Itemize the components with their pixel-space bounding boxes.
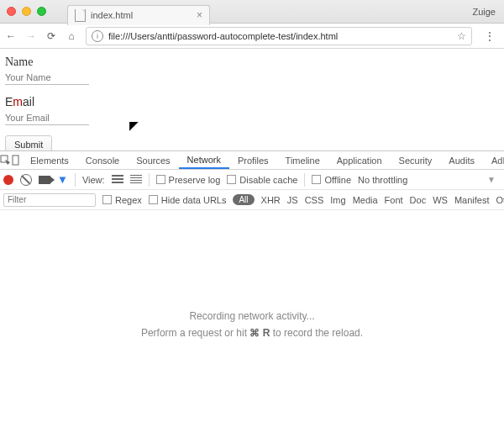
email-label-e: E	[5, 95, 13, 108]
small-rows-icon[interactable]	[130, 175, 142, 185]
checkbox-icon	[312, 175, 321, 184]
offline-option[interactable]: Offline	[312, 175, 351, 185]
name-field-block: Name	[5, 55, 499, 85]
back-button[interactable]: ←	[5, 30, 17, 42]
tab-title: index.html	[91, 10, 197, 20]
maximize-window-button[interactable]	[37, 7, 46, 16]
large-rows-icon[interactable]	[112, 175, 123, 185]
throttling-select[interactable]: No throttling	[358, 175, 407, 185]
url-text: file:///Users/antti/password-autocomplet…	[108, 31, 452, 41]
checkbox-icon	[227, 175, 236, 184]
page-content: Name Email Submit	[0, 49, 504, 161]
tab-timeline[interactable]: Timeline	[277, 151, 328, 169]
filter-doc[interactable]: Doc	[410, 195, 427, 205]
browser-toolbar: ← → ⟳ ⌂ i file:///Users/antti/password-a…	[0, 24, 504, 49]
forward-button: →	[25, 30, 37, 42]
browser-tab[interactable]: index.html ×	[67, 5, 210, 25]
network-empty-state: Recording network activity... Perform a …	[0, 210, 504, 438]
email-input[interactable]	[5, 111, 89, 125]
address-bar[interactable]: i file:///Users/antti/password-autocompl…	[86, 27, 472, 45]
checkbox-icon	[102, 195, 112, 204]
disable-cache-option[interactable]: Disable cache	[227, 175, 297, 185]
reload-button[interactable]: ⟳	[45, 30, 57, 42]
tab-security[interactable]: Security	[391, 151, 441, 169]
tab-profiles[interactable]: Profiles	[229, 151, 277, 169]
filter-other[interactable]: Other	[496, 195, 504, 205]
preserve-log-option[interactable]: Preserve log	[156, 175, 221, 185]
hide-data-urls-option[interactable]: Hide data URLs	[149, 195, 227, 205]
inspect-element-icon[interactable]	[0, 151, 11, 169]
tab-application[interactable]: Application	[328, 151, 391, 169]
tab-network[interactable]: Network	[179, 151, 229, 169]
email-label-m: m	[13, 95, 23, 108]
profile-name[interactable]: Zuige	[472, 7, 496, 17]
reload-hint: Perform a request or hit ⌘ R to record t…	[141, 327, 363, 339]
bookmark-star-icon[interactable]: ☆	[457, 30, 466, 42]
tab-sources[interactable]: Sources	[128, 151, 178, 169]
filter-font[interactable]: Font	[385, 195, 403, 205]
window-controls	[7, 7, 46, 16]
separator	[75, 173, 76, 187]
site-info-icon[interactable]: i	[92, 30, 103, 42]
filter-media[interactable]: Media	[353, 195, 378, 205]
tab-elements[interactable]: Elements	[22, 151, 77, 169]
filter-xhr[interactable]: XHR	[261, 195, 281, 205]
file-icon	[75, 9, 86, 22]
checkbox-icon	[149, 195, 158, 204]
filter-manifest[interactable]: Manifest	[454, 195, 490, 205]
devtools-tabstrip: Elements Console Sources Network Profile…	[0, 151, 504, 170]
filter-input[interactable]	[3, 193, 96, 207]
filter-toggle-icon[interactable]: ▼	[57, 173, 68, 186]
email-label-ail: ail	[23, 95, 34, 108]
devtools-panel: Elements Console Sources Network Profile…	[0, 150, 504, 438]
recording-message: Recording network activity...	[189, 310, 314, 322]
filter-js[interactable]: JS	[287, 195, 298, 205]
dropdown-caret-icon[interactable]: ▼	[487, 175, 501, 184]
email-field-block: Email	[5, 95, 499, 125]
filter-all[interactable]: All	[233, 194, 254, 205]
separator	[149, 173, 150, 187]
home-button[interactable]: ⌂	[66, 30, 77, 42]
tab-audits[interactable]: Audits	[440, 151, 483, 169]
minimize-window-button[interactable]	[22, 7, 31, 16]
browser-menu-button[interactable]: ⋮	[480, 29, 499, 43]
separator	[304, 173, 305, 187]
close-window-button[interactable]	[7, 7, 16, 16]
name-input[interactable]	[5, 71, 89, 85]
shortcut-text: ⌘ R	[249, 327, 270, 339]
network-filter-row: Regex Hide data URLs All XHR JS CSS Img …	[0, 190, 504, 210]
screenshot-icon[interactable]	[39, 176, 50, 184]
tab-console[interactable]: Console	[77, 151, 128, 169]
svg-rect-1	[13, 156, 18, 165]
record-button[interactable]	[3, 175, 13, 185]
regex-option[interactable]: Regex	[102, 195, 142, 205]
email-label: Email	[5, 95, 499, 109]
close-tab-icon[interactable]: ×	[197, 9, 202, 21]
filter-img[interactable]: Img	[330, 195, 345, 205]
window-titlebar: index.html × Zuige	[0, 0, 504, 24]
view-label: View:	[82, 175, 105, 185]
clear-button[interactable]	[20, 174, 32, 186]
checkbox-icon	[156, 175, 165, 184]
name-label: Name	[5, 55, 499, 69]
filter-ws[interactable]: WS	[433, 195, 448, 205]
filter-css[interactable]: CSS	[305, 195, 324, 205]
network-toolbar-row: ▼ View: Preserve log Disable cache Offli…	[0, 170, 504, 190]
tab-adblock[interactable]: AdBlock	[483, 151, 504, 169]
device-toggle-icon[interactable]	[11, 151, 22, 169]
